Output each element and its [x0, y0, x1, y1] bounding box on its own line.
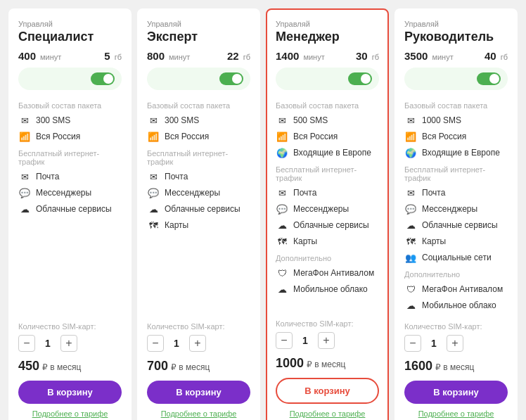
- internet-icon-manager-1: 💬: [276, 203, 288, 215]
- sim-counter-expert: − 1 +: [147, 335, 250, 352]
- internet-item-leader-0: ✉ Почта: [404, 186, 508, 199]
- gb-value-manager: 30: [356, 50, 368, 62]
- specs-row-specialist: 400 минут 5 гб: [18, 50, 122, 62]
- internet-text-specialist-0: Почта: [36, 172, 59, 182]
- internet-icon-specialist-2: ☁: [18, 203, 31, 215]
- internet-text-manager-0: Почта: [293, 188, 316, 198]
- extra-text-manager-1: Мобильное облако: [293, 284, 368, 294]
- extra-icon-manager-1: ☁: [276, 283, 288, 295]
- sim-section-leader: Количество SIM-карт: − 1 +: [404, 322, 508, 359]
- base-text-manager-0: 500 SMS: [293, 115, 328, 125]
- base-text-specialist-0: 300 SMS: [36, 115, 70, 125]
- internet-text-expert-1: Мессенджеры: [165, 188, 220, 198]
- internet-icon-leader-1: 💬: [404, 203, 417, 215]
- card-leader: Управляй Руководитель 3500 минут 40 гб Б…: [394, 8, 518, 420]
- card-title-manager: Менеджер: [276, 30, 379, 44]
- minutes-unit-expert: минут: [169, 53, 190, 61]
- internet-item-specialist-0: ✉ Почта: [18, 170, 122, 183]
- gb-value-leader: 40: [485, 50, 496, 62]
- toggle-row-leader: [404, 68, 508, 90]
- internet-item-expert-0: ✉ Почта: [147, 170, 250, 183]
- page-wrapper: Управляй Специалист 400 минут 5 гб Базов…: [0, 0, 526, 420]
- add-to-cart-button-manager[interactable]: В корзину: [276, 378, 379, 404]
- internet-text-leader-3: Карты: [422, 236, 446, 246]
- base-item-leader-0: ✉ 1000 SMS: [404, 114, 508, 127]
- toggle-expert[interactable]: [219, 72, 243, 85]
- sim-minus-specialist[interactable]: −: [18, 335, 35, 352]
- price-period-specialist: ₽ в месяц: [42, 362, 81, 372]
- price-main-manager: 1000: [276, 356, 304, 370]
- extra-text-leader-1: Мобильное облако: [422, 300, 496, 310]
- internet-item-leader-4: 👥 Социальные сети: [404, 251, 508, 264]
- price-period-expert: ₽ в месяц: [171, 362, 210, 372]
- minutes-value-specialist: 400: [18, 50, 36, 62]
- base-icon-specialist-1: 📶: [18, 130, 31, 143]
- sim-count-expert: 1: [169, 338, 184, 349]
- internet-text-expert-3: Карты: [165, 220, 188, 230]
- sim-minus-expert[interactable]: −: [147, 335, 164, 352]
- sim-minus-manager[interactable]: −: [276, 332, 293, 349]
- add-to-cart-button-specialist[interactable]: В корзину: [18, 381, 122, 404]
- base-item-manager-2: 🌍 Входящие в Европе: [276, 146, 379, 159]
- sim-minus-leader[interactable]: −: [404, 335, 421, 352]
- internet-text-leader-0: Почта: [422, 188, 445, 198]
- minutes-value-manager: 1400: [276, 50, 299, 62]
- minutes-unit-specialist: минут: [40, 53, 61, 61]
- details-link-specialist[interactable]: Подробнее о тарифе: [18, 409, 122, 418]
- sim-section-expert: Количество SIM-карт: − 1 +: [147, 322, 250, 359]
- toggle-leader[interactable]: [477, 72, 501, 85]
- price-main-expert: 700: [147, 359, 168, 373]
- internet-icon-specialist-1: 💬: [18, 186, 31, 199]
- toggle-specialist[interactable]: [91, 72, 115, 85]
- internet-icon-leader-0: ✉: [404, 186, 417, 199]
- base-item-manager-1: 📶 Вся Россия: [276, 130, 379, 143]
- details-link-manager[interactable]: Подробнее о тарифе: [276, 409, 379, 418]
- gb-unit-expert: гб: [243, 53, 250, 61]
- extra-label-leader: Дополнительно: [404, 270, 508, 279]
- internet-text-specialist-2: Облачные сервисы: [36, 204, 112, 214]
- minutes-value-expert: 800: [147, 50, 165, 62]
- details-link-leader[interactable]: Подробнее о тарифе: [404, 409, 508, 418]
- extra-icon-manager-0: 🛡: [276, 267, 288, 279]
- sim-plus-manager[interactable]: +: [318, 332, 335, 349]
- internet-icon-expert-3: 🗺: [147, 219, 160, 231]
- price-row-manager: 1000 ₽ в месяц: [276, 356, 379, 371]
- base-icon-manager-0: ✉: [276, 114, 288, 127]
- base-icon-leader-0: ✉: [404, 114, 417, 127]
- internet-item-manager-1: 💬 Мессенджеры: [276, 203, 379, 215]
- internet-icon-expert-0: ✉: [147, 170, 160, 183]
- internet-text-manager-2: Облачные сервисы: [293, 220, 369, 230]
- sim-plus-specialist[interactable]: +: [60, 335, 77, 352]
- internet-icon-leader-2: ☁: [404, 219, 417, 231]
- sim-plus-leader[interactable]: +: [447, 335, 463, 352]
- sim-counter-manager: − 1 +: [276, 332, 379, 349]
- base-item-specialist-1: 📶 Вся Россия: [18, 130, 122, 143]
- base-icon-expert-0: ✉: [147, 114, 160, 127]
- extra-item-manager-0: 🛡 МегаФон Антивалом: [276, 267, 379, 279]
- base-item-expert-1: 📶 Вся Россия: [147, 130, 250, 143]
- base-item-specialist-0: ✉ 300 SMS: [18, 114, 122, 127]
- extra-item-leader-0: 🛡 МегаФон Антивалом: [404, 283, 508, 295]
- extra-text-manager-0: МегаФон Антивалом: [293, 268, 374, 278]
- base-icon-specialist-0: ✉: [18, 114, 31, 127]
- card-title-leader: Руководитель: [404, 30, 508, 44]
- details-link-expert[interactable]: Подробнее о тарифе: [147, 409, 250, 418]
- sim-plus-expert[interactable]: +: [189, 335, 206, 352]
- toggle-manager[interactable]: [348, 72, 372, 85]
- specs-row-expert: 800 минут 22 гб: [147, 50, 250, 62]
- sim-counter-specialist: − 1 +: [18, 335, 122, 352]
- internet-icon-expert-1: 💬: [147, 186, 160, 199]
- base-icon-leader-1: 📶: [404, 130, 417, 143]
- internet-icon-manager-2: ☁: [276, 219, 288, 231]
- internet-text-leader-4: Социальные сети: [422, 253, 492, 262]
- base-text-specialist-1: Вся Россия: [36, 132, 80, 141]
- internet-item-manager-3: 🗺 Карты: [276, 235, 379, 248]
- add-to-cart-button-expert[interactable]: В корзину: [147, 381, 250, 404]
- internet-label-specialist: Бесплатный интернет-трафик: [18, 149, 122, 166]
- specs-row-manager: 1400 минут 30 гб: [276, 50, 379, 62]
- base-label-leader: Базовый состав пакета: [404, 101, 508, 110]
- add-to-cart-button-leader[interactable]: В корзину: [404, 381, 508, 404]
- price-main-leader: 1600: [404, 359, 432, 373]
- gb-unit-specialist: гб: [115, 53, 122, 61]
- base-item-leader-2: 🌍 Входящие в Европе: [404, 146, 508, 159]
